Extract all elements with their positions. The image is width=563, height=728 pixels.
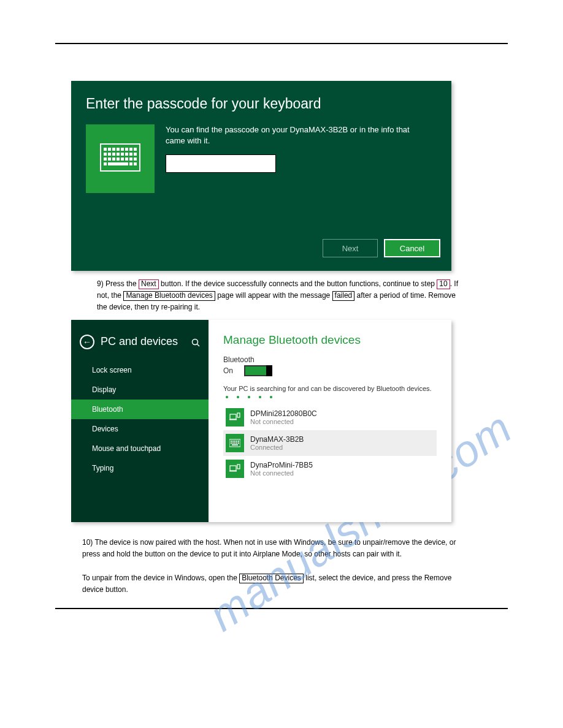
manage-title: Manage Bluetooth devices xyxy=(223,333,437,347)
svg-line-30 xyxy=(197,344,200,346)
svg-rect-25 xyxy=(104,162,107,165)
svg-rect-5 xyxy=(121,148,124,151)
svg-rect-35 xyxy=(231,441,232,442)
svg-rect-33 xyxy=(237,413,240,417)
keyboard-icon-tile xyxy=(86,124,155,193)
bluetooth-label: Bluetooth xyxy=(223,355,437,364)
device-status: Not connected xyxy=(250,469,313,477)
svg-rect-15 xyxy=(129,153,132,156)
svg-rect-38 xyxy=(236,441,237,442)
device-row[interactable]: DPMini2812080B0CNot connected xyxy=(223,404,437,430)
dialog-message: You can find the passcode on your DynaMA… xyxy=(166,124,423,146)
svg-rect-48 xyxy=(237,464,240,469)
svg-rect-22 xyxy=(125,157,128,161)
svg-rect-4 xyxy=(117,148,120,151)
svg-rect-6 xyxy=(125,148,128,151)
bluetooth-state: On xyxy=(223,366,233,375)
svg-rect-28 xyxy=(134,162,137,165)
device-name: DynaMAX-3B2B xyxy=(250,435,304,444)
svg-rect-1 xyxy=(104,148,107,151)
svg-rect-40 xyxy=(231,442,232,444)
svg-rect-2 xyxy=(108,148,111,151)
footer-rule xyxy=(55,608,508,609)
svg-rect-14 xyxy=(125,153,128,156)
svg-rect-16 xyxy=(134,153,137,156)
unpair-paragraph: To unpair from the device in Windows, op… xyxy=(82,572,475,596)
dialog-title: Enter the passcode for your keyboard xyxy=(86,96,437,112)
svg-rect-19 xyxy=(112,157,115,161)
step-ref-box: 10 xyxy=(437,279,450,289)
sidebar-item-devices[interactable]: Devices xyxy=(71,419,209,439)
settings-main: Manage Bluetooth devices Bluetooth On Yo… xyxy=(209,320,451,522)
sidebar-item-typing[interactable]: Typing xyxy=(71,458,209,478)
next-button[interactable]: Next xyxy=(323,239,378,257)
svg-rect-24 xyxy=(134,157,137,161)
svg-rect-10 xyxy=(108,153,111,156)
cancel-button[interactable]: Cancel xyxy=(384,239,440,257)
svg-rect-45 xyxy=(232,444,238,446)
settings-screenshot: ← PC and devices Lock screenDisplayBluet… xyxy=(71,320,451,522)
svg-rect-21 xyxy=(121,157,124,161)
svg-rect-8 xyxy=(134,148,137,151)
svg-rect-39 xyxy=(238,441,239,442)
svg-rect-11 xyxy=(112,153,115,156)
manage-bt-ref-box: Manage Bluetooth devices xyxy=(123,291,215,301)
device-name: DynaProMini-7BB5 xyxy=(250,461,313,469)
svg-rect-31 xyxy=(230,414,236,419)
bt-devices-ref-box: Bluetooth Devices xyxy=(239,574,304,583)
search-icon[interactable] xyxy=(191,338,200,349)
svg-rect-17 xyxy=(104,157,107,161)
svg-rect-32 xyxy=(229,419,237,420)
sidebar-title: PC and devices xyxy=(101,335,178,348)
step-10-paragraph: 10) The device is now paired with the ho… xyxy=(82,537,475,560)
svg-rect-3 xyxy=(112,148,115,151)
svg-rect-47 xyxy=(229,471,237,472)
svg-rect-36 xyxy=(232,441,234,442)
svg-rect-27 xyxy=(129,162,132,165)
svg-rect-41 xyxy=(232,442,234,444)
svg-point-29 xyxy=(193,339,198,344)
sidebar-item-display[interactable]: Display xyxy=(71,380,209,400)
keyboard-icon xyxy=(100,143,140,174)
svg-rect-13 xyxy=(121,153,124,156)
passcode-dialog: Enter the passcode for your keyboard xyxy=(71,81,451,271)
sidebar-item-lock-screen[interactable]: Lock screen xyxy=(71,360,209,380)
progress-dots xyxy=(226,396,437,398)
svg-rect-26 xyxy=(108,162,128,165)
device-status: Connected xyxy=(250,444,304,451)
searching-text: Your PC is searching for and can be disc… xyxy=(223,385,437,392)
device-icon xyxy=(226,408,244,427)
svg-rect-43 xyxy=(236,442,237,444)
back-icon[interactable]: ← xyxy=(80,335,94,349)
settings-sidebar: ← PC and devices Lock screenDisplayBluet… xyxy=(71,320,209,522)
passcode-input[interactable] xyxy=(166,154,276,173)
svg-rect-42 xyxy=(234,442,236,444)
next-ref-box: Next xyxy=(139,279,159,289)
failed-ref-box: failed xyxy=(332,291,355,301)
device-row[interactable]: DynaProMini-7BB5Not connected xyxy=(223,456,437,482)
svg-rect-20 xyxy=(117,157,120,161)
svg-rect-46 xyxy=(230,466,236,471)
device-row[interactable]: DynaMAX-3B2BConnected xyxy=(223,430,437,456)
svg-rect-9 xyxy=(104,153,107,156)
svg-rect-23 xyxy=(129,157,132,161)
sidebar-item-bluetooth[interactable]: Bluetooth xyxy=(71,400,209,419)
sidebar-item-mouse-and-touchpad[interactable]: Mouse and touchpad xyxy=(71,439,209,458)
keyboard-icon xyxy=(226,434,244,452)
svg-rect-12 xyxy=(117,153,120,156)
bluetooth-toggle[interactable] xyxy=(244,365,272,376)
device-icon xyxy=(226,460,244,478)
step-9-paragraph: 9) Press the Next button. If the device … xyxy=(97,278,465,314)
svg-rect-7 xyxy=(129,148,132,151)
device-status: Not connected xyxy=(250,418,317,425)
svg-rect-44 xyxy=(238,442,239,444)
device-name: DPMini2812080B0C xyxy=(250,409,317,418)
header-rule xyxy=(55,43,508,44)
svg-rect-18 xyxy=(108,157,111,161)
svg-rect-37 xyxy=(234,441,236,442)
